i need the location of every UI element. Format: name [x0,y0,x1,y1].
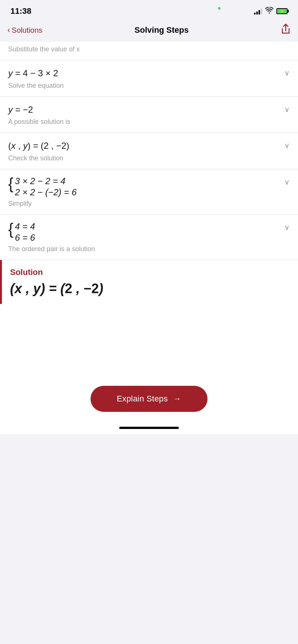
step-math-xy: (x , y) = (2 , −2) Check the solution [8,140,69,162]
wifi-icon [265,7,273,16]
explain-steps-label: Explain Steps [117,394,168,404]
bottom-spacer [0,304,298,378]
step-desc-y-eq: Solve the equation [8,82,64,90]
solution-section: Solution (x , y) = (2 , −2) [0,260,298,304]
solution-math: (x , y) = (2 , −2) [10,281,290,297]
chevron-down-icon-4[interactable]: ∨ [284,177,290,186]
home-bar [119,427,179,429]
check-line1: 3 × 2 − 2 = 4 [15,176,76,186]
explain-steps-container: Explain Steps → [0,378,298,423]
step-desc-check: Simplify [8,200,280,208]
main-content: Substitute the value of x y = 4 − 3 × 2 … [0,42,298,434]
brace-icon-2: { [8,221,13,237]
status-time: 11:38 [10,6,31,16]
brace-icon: { [8,176,13,192]
step-math-check: { 3 × 2 − 2 = 4 2 × 2 − (−2) = 6 Simplif… [8,176,280,208]
step-desc-y-neg2: A possible solution is [8,118,70,126]
explain-steps-button[interactable]: Explain Steps → [91,386,207,412]
step-description-substitute: Substitute the value of x [8,45,80,53]
status-dot [218,7,221,10]
status-icons: ⚡ [254,7,288,16]
step-row-check-system[interactable]: { 3 × 2 − 2 = 4 2 × 2 − (−2) = 6 Simplif… [0,169,298,215]
chevron-down-icon-5[interactable]: ∨ [284,223,290,232]
step-row-substitute: Substitute the value of x [0,42,298,60]
signal-icon [254,8,262,15]
chevron-left-icon: ‹ [7,25,10,35]
back-button[interactable]: ‹ Solutions [7,25,42,35]
simplified-line1: 4 = 4 [15,221,35,232]
step-desc-xy: Check the solution [8,154,69,162]
step-desc-simplified: The ordered pair is a solution [8,245,280,253]
step-math-y-neg2: y = −2 A possible solution is [8,103,70,126]
chevron-down-icon-3[interactable]: ∨ [284,141,290,150]
chevron-down-icon-2[interactable]: ∨ [284,105,290,114]
simplified-line2: 6 = 6 [15,233,35,243]
step-row-y-eq[interactable]: y = 4 − 3 × 2 Solve the equation ∨ [0,60,298,97]
home-indicator [0,423,298,434]
page-title: Solving Steps [134,25,188,35]
share-button[interactable] [281,23,291,37]
chevron-down-icon[interactable]: ∨ [284,68,290,77]
status-bar: 11:38 ⚡ [0,0,298,20]
arrow-icon: → [173,394,181,404]
step-row-xy-pair[interactable]: (x , y) = (2 , −2) Check the solution ∨ [0,133,298,169]
solution-label: Solution [10,267,290,277]
step-row-simplified[interactable]: { 4 = 4 6 = 6 The ordered pair is a solu… [0,215,298,260]
step-math-y-eq: y = 4 − 3 × 2 Solve the equation [8,67,64,90]
step-math-simplified: { 4 = 4 6 = 6 The ordered pair is a solu… [8,221,280,253]
check-line2: 2 × 2 − (−2) = 6 [15,187,76,198]
back-label: Solutions [12,26,42,35]
battery-icon: ⚡ [276,8,288,14]
nav-bar: ‹ Solutions Solving Steps [0,20,298,42]
step-row-y-neg2[interactable]: y = −2 A possible solution is ∨ [0,97,298,133]
